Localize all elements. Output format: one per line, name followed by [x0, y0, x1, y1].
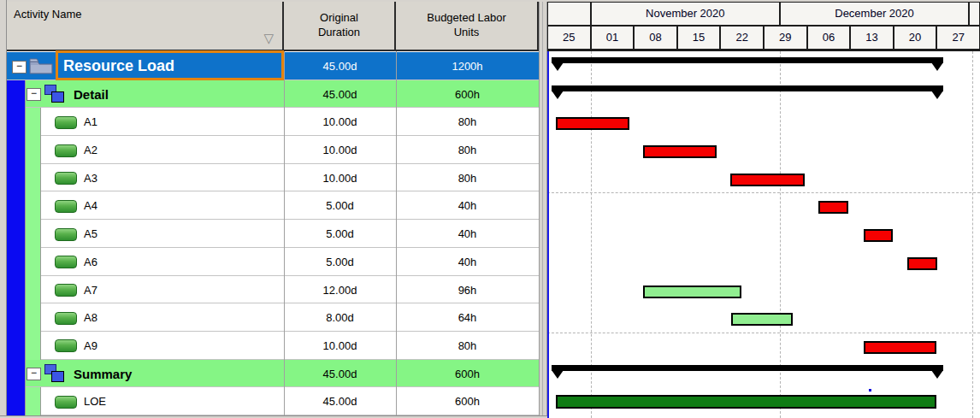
- timescale-week-27[interactable]: 27: [936, 26, 980, 50]
- gantt-bar-a6[interactable]: [907, 257, 937, 270]
- wbs-icon-front: [51, 91, 64, 103]
- table-row-a9[interactable]: A910.00d80h: [7, 332, 539, 360]
- column-header-activity-name[interactable]: Activity Name ▽: [7, 2, 284, 50]
- activity-name-label: A2: [84, 136, 97, 164]
- wbs-icon: [44, 85, 65, 103]
- activity-icon: [55, 172, 77, 185]
- summary-bar-detail[interactable]: [552, 85, 943, 91]
- window-border-left: [0, 0, 7, 418]
- table-row-a8[interactable]: A88.00d64h: [7, 303, 539, 332]
- activity-name-label: A5: [84, 220, 97, 248]
- original-duration-value: 5.00d: [284, 220, 396, 248]
- timescale-header: November 2020December 202025010815222906…: [547, 2, 980, 51]
- table-row-a6[interactable]: A65.00d40h: [7, 248, 539, 276]
- gantt-bar-a9[interactable]: [864, 341, 936, 354]
- activity-icon: [55, 396, 77, 409]
- project-folder-icon: [29, 57, 53, 74]
- summary-bar-summary[interactable]: [552, 365, 943, 371]
- table-row-a2[interactable]: A210.00d80h: [7, 136, 539, 164]
- original-duration-value: 5.00d: [284, 248, 396, 276]
- original-duration-value: 10.00d: [284, 108, 396, 136]
- original-duration-value: 45.00d: [284, 387, 396, 415]
- timescale-week-15[interactable]: 15: [677, 26, 721, 50]
- activity-icon: [55, 116, 77, 129]
- table-row-a1[interactable]: A110.00d80h: [7, 108, 539, 136]
- activity-name-label: A8: [84, 303, 97, 332]
- column-header-label: Activity Name: [7, 2, 282, 21]
- budgeted-labor-units-value: 64h: [396, 303, 539, 332]
- timescale-week-22[interactable]: 22: [720, 26, 764, 50]
- table-row-a5[interactable]: A55.00d40h: [7, 220, 539, 248]
- column-header-budgeted-labor-units[interactable]: Budgeted Labor Units: [396, 2, 539, 50]
- activity-name-label: A9: [84, 332, 97, 360]
- original-duration-value: 12.00d: [284, 276, 396, 304]
- timescale-week-20[interactable]: 20: [894, 26, 937, 50]
- column-divider: [284, 51, 285, 415]
- original-duration-value: 45.00d: [284, 52, 396, 80]
- summary-bar-resource-load[interactable]: [552, 57, 943, 63]
- activity-name-label: Summary: [74, 360, 132, 388]
- gantt-bar-a5[interactable]: [864, 229, 893, 242]
- original-duration-value: 5.00d: [284, 191, 396, 220]
- row-gridline: [547, 333, 980, 333]
- budgeted-labor-units-value: 40h: [396, 191, 539, 220]
- activity-name-label: A6: [84, 248, 97, 276]
- expand-collapse-box[interactable]: −: [27, 368, 41, 380]
- activity-icon: [55, 256, 77, 268]
- column-header-original-duration[interactable]: Original Duration: [284, 2, 396, 50]
- expand-collapse-box[interactable]: −: [12, 61, 27, 74]
- budgeted-labor-units-value: 80h: [396, 164, 539, 192]
- data-date-line: [547, 51, 549, 418]
- activity-name-label: A1: [84, 108, 97, 136]
- table-row-a3[interactable]: A310.00d80h: [7, 164, 539, 192]
- original-duration-value: 10.00d: [284, 164, 396, 192]
- budgeted-labor-units-value: 80h: [396, 108, 539, 136]
- gantt-chart-area: [547, 51, 980, 418]
- table-row-loe[interactable]: LOE45.00d600h: [7, 387, 539, 415]
- timescale-month-empty: [547, 2, 591, 26]
- table-row-a4[interactable]: A45.00d40h: [7, 191, 539, 220]
- table-chart-splitter[interactable]: [539, 0, 547, 418]
- budgeted-labor-units-value: 40h: [396, 248, 539, 276]
- table-row-summary[interactable]: −Summary45.00d600h: [7, 360, 539, 388]
- gantt-bar-a7[interactable]: [643, 286, 741, 298]
- activity-icon: [55, 284, 77, 297]
- window-border-top: [0, 0, 980, 2]
- table-header: Activity Name ▽ Original Duration Budget…: [7, 2, 539, 51]
- column-divider: [396, 51, 397, 415]
- gantt-bar-a1[interactable]: [556, 117, 629, 130]
- summary-bar-finish-triangle: [931, 91, 943, 99]
- gantt-bar-a3[interactable]: [730, 174, 805, 186]
- wbs-icon: [44, 364, 65, 382]
- timescale-month-1[interactable]: November 2020: [591, 2, 780, 26]
- summary-bar-finish-triangle: [931, 62, 943, 71]
- wbs-icon-front: [51, 371, 64, 382]
- timescale-week-01[interactable]: 01: [591, 26, 635, 50]
- timescale-week-08[interactable]: 08: [634, 26, 677, 50]
- budgeted-labor-units-value: 600h: [396, 387, 539, 415]
- timescale-week-29[interactable]: 29: [764, 26, 807, 50]
- timescale-week-06[interactable]: 06: [807, 26, 851, 50]
- timescale-week-25[interactable]: 25: [547, 26, 591, 50]
- activity-icon: [55, 200, 77, 213]
- sort-indicator-icon[interactable]: ▽: [263, 31, 274, 46]
- budgeted-labor-units-value: 1200h: [396, 52, 539, 80]
- expand-collapse-box[interactable]: −: [27, 88, 41, 101]
- month-gridline: [780, 51, 781, 418]
- activity-name-label: A3: [84, 164, 97, 192]
- activity-icon: [55, 144, 77, 157]
- table-row-a7[interactable]: A712.00d96h: [7, 276, 539, 304]
- table-row-detail[interactable]: −Detail45.00d600h: [7, 80, 539, 109]
- activity-name-label: A7: [84, 276, 97, 304]
- timescale-month-empty: [969, 2, 980, 26]
- activity-icon: [55, 312, 77, 325]
- timescale-week-13[interactable]: 13: [850, 26, 894, 50]
- relationship-dot: [869, 389, 871, 392]
- timescale-month-2[interactable]: December 2020: [780, 2, 969, 26]
- gantt-bar-a8[interactable]: [731, 313, 793, 326]
- gantt-bar-loe[interactable]: [556, 395, 936, 409]
- gantt-bar-a4[interactable]: [818, 201, 848, 214]
- month-gridline: [972, 51, 973, 418]
- activity-name-label: Detail: [74, 80, 109, 109]
- gantt-bar-a2[interactable]: [643, 145, 717, 158]
